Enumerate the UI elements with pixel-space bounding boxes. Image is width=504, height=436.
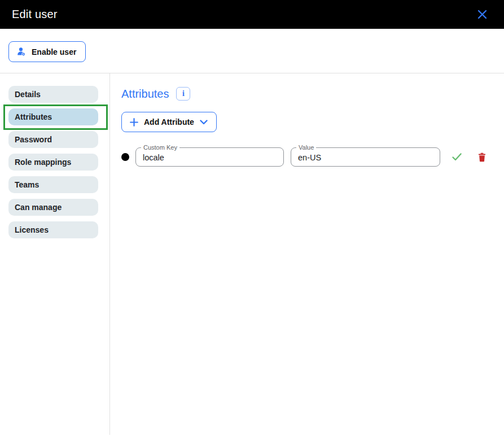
add-attribute-label: Add Attribute bbox=[144, 117, 194, 127]
person-eye-icon bbox=[16, 47, 27, 56]
custom-key-label: Custom Key bbox=[141, 144, 179, 151]
content-area: Details Attributes Password Role mapping… bbox=[0, 73, 504, 435]
toolbar: Enable user bbox=[0, 29, 504, 73]
sidebar-item-attributes[interactable]: Attributes bbox=[8, 108, 98, 125]
delete-attribute-button[interactable] bbox=[475, 150, 489, 164]
info-icon: i bbox=[182, 89, 185, 98]
attributes-panel: Attributes i Add Attribute Custom Key bbox=[110, 73, 504, 435]
page-title: Attributes bbox=[121, 88, 169, 101]
sidebar: Details Attributes Password Role mapping… bbox=[0, 73, 110, 435]
sidebar-item-teams[interactable]: Teams bbox=[8, 176, 98, 193]
value-field-wrapper: Value bbox=[291, 147, 440, 167]
dialog-header: Edit user bbox=[0, 0, 504, 29]
confirm-attribute-button[interactable] bbox=[450, 150, 463, 164]
sidebar-item-licenses[interactable]: Licenses bbox=[8, 221, 98, 238]
sidebar-item-password[interactable]: Password bbox=[8, 131, 98, 148]
trash-icon bbox=[478, 152, 486, 162]
enable-user-button[interactable]: Enable user bbox=[8, 41, 86, 62]
drag-handle-dot[interactable] bbox=[121, 153, 129, 161]
sidebar-item-role-mappings[interactable]: Role mappings bbox=[8, 154, 98, 171]
add-attribute-button[interactable]: Add Attribute bbox=[121, 112, 217, 132]
info-button[interactable]: i bbox=[176, 87, 190, 101]
attribute-row: Custom Key Value bbox=[121, 147, 504, 167]
checkmark-icon bbox=[452, 153, 462, 161]
dialog-title: Edit user bbox=[12, 8, 58, 21]
sidebar-item-can-manage[interactable]: Can manage bbox=[8, 199, 98, 216]
sidebar-item-details[interactable]: Details bbox=[8, 86, 98, 103]
plus-icon bbox=[130, 118, 138, 127]
custom-key-field-wrapper: Custom Key bbox=[135, 147, 284, 167]
enable-user-label: Enable user bbox=[32, 47, 76, 56]
close-button[interactable] bbox=[474, 7, 490, 23]
close-icon bbox=[477, 10, 487, 19]
value-label: Value bbox=[296, 144, 316, 151]
chevron-down-icon bbox=[200, 120, 208, 125]
